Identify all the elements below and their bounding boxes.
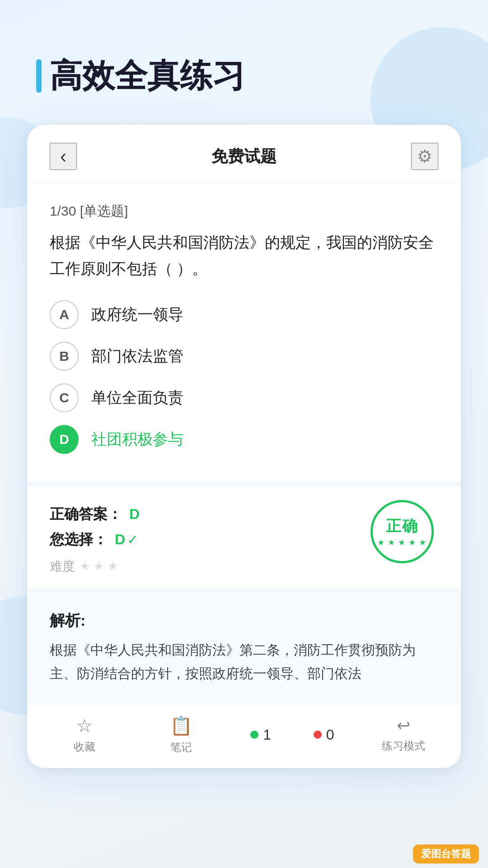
answer-section: 正确答案： D 您选择： D ✓ 难度 ★ ★ ★ 正确 ★ ★ ★ ★ ★ [27,486,461,589]
user-answer-value: D [115,531,125,548]
option-b-circle: B [50,342,79,371]
card-header: ‹ 免费试题 ⚙ [27,125,461,184]
option-c[interactable]: C 单位全面负责 [50,383,438,412]
correct-dot [250,731,258,739]
notes-label: 笔记 [170,740,192,755]
option-d-label: 社团积极参与 [91,429,183,450]
option-a-label: 政府统一领导 [91,304,183,325]
star-1: ★ [80,559,90,573]
option-b[interactable]: B 部门依法监管 [50,342,438,371]
notes-button[interactable]: 📋 笔记 [154,715,208,755]
page-title-container: 高效全真练习 [36,54,452,98]
watermark: 爱图台答题 [413,844,479,863]
option-a[interactable]: A 政府统一领导 [50,300,438,329]
option-b-label: 部门依法监管 [91,346,183,367]
practice-mode-button[interactable]: ↩ 练习模式 [376,716,431,753]
wrong-dot [314,731,322,739]
collect-icon: ☆ [76,715,93,736]
correct-stamp: 正确 ★ ★ ★ ★ ★ [371,500,434,563]
user-answer-label: 您选择： [50,530,108,550]
title-accent-bar [36,59,42,93]
option-a-circle: A [50,300,79,329]
main-card: ‹ 免费试题 ⚙ 1/30 [单选题] 根据《中华人民共和国消防法》的规定，我国… [27,125,461,768]
difficulty-stars: ★ ★ ★ [80,559,118,573]
bottom-toolbar: ☆ 收藏 📋 笔记 1 0 ↩ 练习模式 [27,704,461,768]
difficulty-label: 难度 [50,558,75,575]
correct-stat: 1 [250,726,271,743]
mode-icon: ↩ [397,716,410,735]
collect-label: 收藏 [74,740,95,754]
option-d-circle: D [50,425,79,454]
analysis-text: 根据《中华人民共和国消防法》第二条，消防工作贯彻预防为主、防消结合的方针，按照政… [50,638,438,686]
section-divider-1 [27,481,461,486]
analysis-title: 解析: [50,610,438,631]
stamp-text: 正确 [386,516,418,537]
settings-button[interactable]: ⚙ [411,143,438,170]
star-3: ★ [108,559,118,573]
option-c-label: 单位全面负责 [91,387,183,408]
page-title: 高效全真练习 [50,54,245,98]
star-2: ★ [94,559,104,573]
correct-answer-value: D [129,506,140,523]
notes-icon: 📋 [170,715,192,736]
wrong-stat: 0 [314,726,334,743]
analysis-section: 解析: 根据《中华人民共和国消防法》第二条，消防工作贯彻预防为主、防消结合的方针… [27,594,461,704]
page-header: 高效全真练习 [0,0,488,125]
question-area: 1/30 [单选题] 根据《中华人民共和国消防法》的规定，我国的消防安全工作原则… [27,184,461,481]
section-divider-2 [27,589,461,594]
mode-label: 练习模式 [382,739,425,753]
card-title: 免费试题 [211,146,277,168]
check-mark-icon: ✓ [127,532,138,547]
stamp-dots: ★ ★ ★ ★ ★ [377,538,427,547]
correct-answer-label: 正确答案： [50,505,122,524]
back-button[interactable]: ‹ [50,143,77,170]
option-d[interactable]: D 社团积极参与 [50,425,438,454]
option-c-circle: C [50,383,79,412]
wrong-count: 0 [326,726,334,743]
question-meta: 1/30 [单选题] [50,202,438,221]
correct-count: 1 [263,726,271,743]
collect-button[interactable]: ☆ 收藏 [57,715,112,754]
options-list: A 政府统一领导 B 部门依法监管 C 单位全面负责 D 社团积极参与 [50,300,438,467]
question-text: 根据《中华人民共和国消防法》的规定，我国的消防安全工作原则不包括（ ）。 [50,230,438,282]
difficulty-row: 难度 ★ ★ ★ [50,558,438,575]
